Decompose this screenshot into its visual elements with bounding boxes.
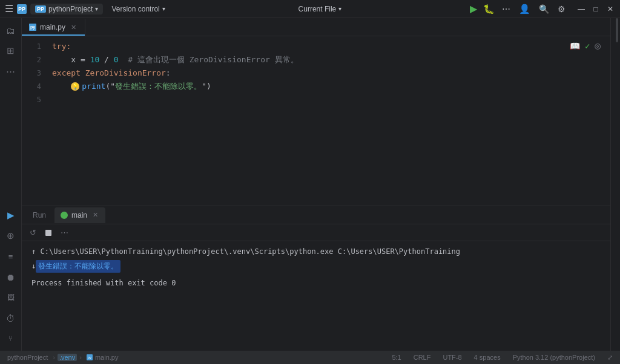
editor-coauthor-icon[interactable]: ◎ xyxy=(595,40,601,51)
sidebar-item-plugins[interactable]: ⊕ xyxy=(1,226,21,245)
tab-label: main.py xyxy=(40,23,65,31)
code-div: / xyxy=(99,53,113,67)
status-bar: pythonProject › .venv › py main.py 5:1 C… xyxy=(0,351,620,364)
run-error-text: 發生錯誤：不能除以零。 xyxy=(36,260,120,273)
line-num-2: 2 xyxy=(22,53,41,67)
status-python-version[interactable]: Python 3.12 (pythonProject) xyxy=(510,354,598,361)
status-file[interactable]: py main.py xyxy=(84,354,121,361)
search-button[interactable]: 🔍 xyxy=(538,3,550,15)
current-file-label: Current File xyxy=(298,5,337,13)
project-badge-pp: PP xyxy=(35,5,46,13)
status-file-name: main.py xyxy=(95,354,119,361)
debug-button[interactable]: 🐛 xyxy=(483,4,495,15)
code-space xyxy=(85,53,90,67)
run-button[interactable]: ▶ xyxy=(470,3,477,15)
profile-button[interactable]: 👤 xyxy=(518,2,532,16)
line-num-5: 5 xyxy=(22,93,41,106)
maximize-button[interactable]: □ xyxy=(591,4,601,14)
run-output[interactable]: ↑ C:\Users\USER\PythonTraining\pythonPro… xyxy=(22,241,610,351)
editor-tab-bar: py main.py ✕ xyxy=(22,18,610,36)
settings-button[interactable]: ⚙ xyxy=(556,3,567,15)
code-line-1: try: xyxy=(52,40,605,53)
image-icon: 🖼 xyxy=(7,293,15,302)
stop-icon xyxy=(45,230,51,236)
editor-toolbar: 📖 ✓ ◎ xyxy=(570,40,601,51)
breadcrumb-sep-1: › xyxy=(53,354,55,361)
run-tab-main[interactable]: main ✕ xyxy=(54,207,105,223)
scrollbar-thumb xyxy=(616,18,618,42)
line-num-4: 4 xyxy=(22,80,41,93)
git-icon: ⑂ xyxy=(8,334,13,343)
editor-book-icon[interactable]: 📖 xyxy=(570,41,580,51)
project-name: pythonProject xyxy=(48,5,93,13)
status-encoding[interactable]: UTF-8 xyxy=(440,354,464,361)
code-string: 發生錯誤：不能除以零。 xyxy=(115,80,202,93)
code-print: print xyxy=(82,80,105,93)
current-file-chevron: ▾ xyxy=(338,5,341,12)
status-file-icon: py xyxy=(87,354,93,360)
exception-name: ZeroDivisionError xyxy=(85,67,166,80)
status-venv: .venv xyxy=(58,354,77,361)
code-eq: = xyxy=(81,53,85,67)
status-indent[interactable]: 4 spaces xyxy=(472,354,503,361)
run-toolbar-more[interactable]: ⋯ xyxy=(58,227,70,239)
run-toolbar-stop[interactable] xyxy=(42,227,54,239)
status-expand-icon[interactable]: ⤢ xyxy=(605,354,615,362)
tab-close-button[interactable]: ✕ xyxy=(69,23,78,31)
right-sidebar xyxy=(610,18,620,351)
code-line-5 xyxy=(52,93,605,106)
editor-tab-main-py[interactable]: py main.py ✕ xyxy=(22,19,85,36)
status-position[interactable]: 5:1 xyxy=(389,354,403,361)
titlebar-center: Current File ▾ xyxy=(175,5,465,13)
run-tab-run[interactable]: Run xyxy=(27,207,52,223)
run-tab-green-dot xyxy=(61,212,68,219)
tab-file-icon: py xyxy=(29,24,36,31)
run-arrow-up: ↑ xyxy=(31,247,40,256)
sidebar-item-more[interactable]: ⋯ xyxy=(1,62,21,81)
run-error-line: ↓ 發生錯誤：不能除以零。 xyxy=(31,260,601,273)
hamburger-icon[interactable]: ☰ xyxy=(5,3,13,15)
editor-check-icon[interactable]: ✓ xyxy=(585,41,590,51)
run-command-text: C:\Users\USER\PythonTraining\pythonProje… xyxy=(40,247,460,256)
keyword-try: try: xyxy=(52,40,71,53)
titlebar-actions: ▶ 🐛 ⋯ 👤 🔍 ⚙ xyxy=(470,2,567,16)
code-indent2: x xyxy=(52,53,81,67)
project-dropdown-icon: ▾ xyxy=(95,5,98,12)
version-control-button[interactable]: Version control ▾ xyxy=(107,4,170,15)
code-paren-close: ") xyxy=(202,80,211,93)
run-process-line: Process finished with exit code 0 xyxy=(31,278,601,289)
status-project[interactable]: pythonProject xyxy=(5,354,50,361)
more-icon: ⋯ xyxy=(6,66,15,77)
sidebar-item-project[interactable]: 🗂 xyxy=(1,21,21,40)
more-options-button[interactable]: ⋯ xyxy=(501,3,512,15)
sidebar-item-image[interactable]: 🖼 xyxy=(1,288,21,307)
project-selector[interactable]: PP pythonProject ▾ xyxy=(30,4,103,15)
code-content[interactable]: try: x = 10 / 0 # 這會出現一個 ZeroDivisionErr… xyxy=(47,36,610,206)
layers-icon: ≡ xyxy=(8,252,13,261)
code-indent4 xyxy=(52,80,71,93)
run-toolbar-rerun[interactable]: ↺ xyxy=(27,227,39,239)
code-colon3: : xyxy=(166,67,171,80)
run-tab-close[interactable]: ✕ xyxy=(91,211,99,219)
sidebar-item-git[interactable]: ⑂ xyxy=(1,329,21,348)
app-logo: PP xyxy=(17,4,27,14)
keyword-except: except xyxy=(52,67,85,80)
sidebar-item-play-circle[interactable]: ⏺ xyxy=(1,267,21,287)
status-line-ending[interactable]: CRLF xyxy=(411,354,434,361)
tab-active-line xyxy=(22,34,85,36)
sidebar-item-layers[interactable]: ≡ xyxy=(1,247,21,266)
code-comment: # 這會出現一個 ZeroDivisionError 異常。 xyxy=(119,53,298,67)
right-scrollbar[interactable] xyxy=(611,18,620,351)
code-line-2: x = 10 / 0 # 這會出現一個 ZeroDivisionError 異常… xyxy=(52,53,605,67)
current-file-selector[interactable]: Current File ▾ xyxy=(298,5,342,13)
code-editor[interactable]: 1 2 3 4 5 try: x = 10 / 0 # 這會出現一個 ZeroD… xyxy=(22,36,610,206)
close-button[interactable]: ✕ xyxy=(605,4,615,14)
titlebar: ☰ PP PP pythonProject ▾ Version control … xyxy=(0,0,620,18)
sidebar-item-run[interactable]: ▶ xyxy=(1,206,21,225)
line-num-1: 1 xyxy=(22,40,41,53)
sidebar-item-structure[interactable]: ⊞ xyxy=(1,41,21,60)
sidebar-item-clock[interactable]: ⏱ xyxy=(1,308,21,328)
breadcrumb-sep-2: › xyxy=(79,354,82,361)
minimize-button[interactable]: — xyxy=(576,4,586,14)
code-line-4: 💡 print("發生錯誤：不能除以零。") xyxy=(52,80,605,93)
